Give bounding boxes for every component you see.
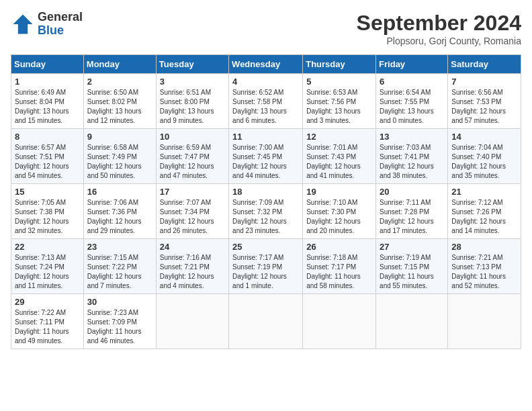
day-number: 30 bbox=[87, 297, 152, 307]
calendar-week-1: 1Sunrise: 6:49 AM Sunset: 8:04 PM Daylig… bbox=[11, 74, 521, 129]
calendar-cell: 20Sunrise: 7:11 AM Sunset: 7:28 PM Dayli… bbox=[376, 184, 448, 239]
calendar-cell: 13Sunrise: 7:03 AM Sunset: 7:41 PM Dayli… bbox=[376, 129, 448, 184]
day-info: Sunrise: 7:22 AM Sunset: 7:11 PM Dayligh… bbox=[15, 308, 80, 346]
location: Plopsoru, Gorj County, Romania bbox=[357, 36, 521, 46]
logo-icon bbox=[11, 12, 35, 36]
day-number: 16 bbox=[87, 187, 152, 197]
calendar-cell: 17Sunrise: 7:07 AM Sunset: 7:34 PM Dayli… bbox=[156, 184, 228, 239]
day-info: Sunrise: 7:06 AM Sunset: 7:36 PM Dayligh… bbox=[87, 198, 152, 236]
calendar-header-sunday: Sunday bbox=[11, 55, 84, 74]
calendar-cell: 15Sunrise: 7:05 AM Sunset: 7:38 PM Dayli… bbox=[11, 184, 84, 239]
logo-general-text: General bbox=[38, 11, 83, 24]
calendar-header-wednesday: Wednesday bbox=[229, 55, 303, 74]
day-number: 12 bbox=[306, 132, 372, 142]
day-info: Sunrise: 7:17 AM Sunset: 7:19 PM Dayligh… bbox=[232, 253, 299, 291]
calendar-cell: 1Sunrise: 6:49 AM Sunset: 8:04 PM Daylig… bbox=[11, 74, 84, 129]
calendar-header-monday: Monday bbox=[83, 55, 156, 74]
day-number: 23 bbox=[87, 242, 152, 252]
calendar-header-tuesday: Tuesday bbox=[156, 55, 228, 74]
day-number: 9 bbox=[87, 132, 152, 142]
day-info: Sunrise: 7:21 AM Sunset: 7:13 PM Dayligh… bbox=[451, 253, 517, 291]
calendar-cell: 25Sunrise: 7:17 AM Sunset: 7:19 PM Dayli… bbox=[229, 239, 303, 294]
day-info: Sunrise: 6:57 AM Sunset: 7:51 PM Dayligh… bbox=[15, 143, 80, 181]
day-number: 1 bbox=[15, 77, 80, 87]
calendar-cell: 5Sunrise: 6:53 AM Sunset: 7:56 PM Daylig… bbox=[303, 74, 376, 129]
day-info: Sunrise: 6:59 AM Sunset: 7:47 PM Dayligh… bbox=[160, 143, 225, 181]
day-number: 27 bbox=[380, 242, 444, 252]
calendar-table: SundayMondayTuesdayWednesdayThursdayFrid… bbox=[11, 54, 521, 349]
day-info: Sunrise: 7:19 AM Sunset: 7:15 PM Dayligh… bbox=[380, 253, 444, 291]
calendar-cell: 7Sunrise: 6:56 AM Sunset: 7:53 PM Daylig… bbox=[448, 74, 521, 129]
day-info: Sunrise: 6:53 AM Sunset: 7:56 PM Dayligh… bbox=[306, 88, 372, 126]
calendar-cell: 3Sunrise: 6:51 AM Sunset: 8:00 PM Daylig… bbox=[156, 74, 228, 129]
day-info: Sunrise: 7:00 AM Sunset: 7:45 PM Dayligh… bbox=[232, 143, 299, 181]
day-info: Sunrise: 7:16 AM Sunset: 7:21 PM Dayligh… bbox=[160, 253, 225, 291]
logo: General Blue bbox=[11, 11, 83, 38]
calendar-cell: 19Sunrise: 7:10 AM Sunset: 7:30 PM Dayli… bbox=[303, 184, 376, 239]
day-number: 18 bbox=[232, 187, 299, 197]
day-info: Sunrise: 6:56 AM Sunset: 7:53 PM Dayligh… bbox=[451, 88, 517, 126]
day-number: 3 bbox=[160, 77, 225, 87]
day-number: 28 bbox=[451, 242, 517, 252]
day-number: 26 bbox=[306, 242, 372, 252]
calendar-week-4: 22Sunrise: 7:13 AM Sunset: 7:24 PM Dayli… bbox=[11, 239, 521, 294]
calendar-cell: 8Sunrise: 6:57 AM Sunset: 7:51 PM Daylig… bbox=[11, 129, 84, 184]
day-info: Sunrise: 7:09 AM Sunset: 7:32 PM Dayligh… bbox=[232, 198, 299, 236]
calendar-cell: 11Sunrise: 7:00 AM Sunset: 7:45 PM Dayli… bbox=[229, 129, 303, 184]
calendar-cell: 9Sunrise: 6:58 AM Sunset: 7:49 PM Daylig… bbox=[83, 129, 156, 184]
calendar-cell: 28Sunrise: 7:21 AM Sunset: 7:13 PM Dayli… bbox=[448, 239, 521, 294]
calendar-cell: 2Sunrise: 6:50 AM Sunset: 8:02 PM Daylig… bbox=[83, 74, 156, 129]
day-number: 25 bbox=[232, 242, 299, 252]
day-info: Sunrise: 6:54 AM Sunset: 7:55 PM Dayligh… bbox=[380, 88, 444, 126]
day-number: 5 bbox=[306, 77, 372, 87]
day-number: 15 bbox=[15, 187, 80, 197]
day-number: 14 bbox=[451, 132, 517, 142]
calendar-header-thursday: Thursday bbox=[303, 55, 376, 74]
calendar-header-row: SundayMondayTuesdayWednesdayThursdayFrid… bbox=[11, 55, 521, 74]
day-info: Sunrise: 7:11 AM Sunset: 7:28 PM Dayligh… bbox=[380, 198, 444, 236]
day-info: Sunrise: 7:13 AM Sunset: 7:24 PM Dayligh… bbox=[15, 253, 80, 291]
month-title: September 2024 bbox=[357, 11, 521, 36]
day-info: Sunrise: 7:01 AM Sunset: 7:43 PM Dayligh… bbox=[306, 143, 372, 181]
day-info: Sunrise: 7:05 AM Sunset: 7:38 PM Dayligh… bbox=[15, 198, 80, 236]
day-number: 7 bbox=[451, 77, 517, 87]
title-block: September 2024 Plopsoru, Gorj County, Ro… bbox=[357, 11, 521, 46]
calendar-cell: 16Sunrise: 7:06 AM Sunset: 7:36 PM Dayli… bbox=[83, 184, 156, 239]
day-info: Sunrise: 7:15 AM Sunset: 7:22 PM Dayligh… bbox=[87, 253, 152, 291]
day-number: 10 bbox=[160, 132, 225, 142]
day-number: 17 bbox=[160, 187, 225, 197]
calendar-header-friday: Friday bbox=[376, 55, 448, 74]
day-number: 6 bbox=[380, 77, 444, 87]
day-info: Sunrise: 6:52 AM Sunset: 7:58 PM Dayligh… bbox=[232, 88, 299, 126]
day-number: 2 bbox=[87, 77, 152, 87]
day-number: 20 bbox=[380, 187, 444, 197]
logo-blue-text: Blue bbox=[38, 24, 83, 38]
day-info: Sunrise: 7:18 AM Sunset: 7:17 PM Dayligh… bbox=[306, 253, 372, 291]
day-number: 24 bbox=[160, 242, 225, 252]
day-info: Sunrise: 7:23 AM Sunset: 7:09 PM Dayligh… bbox=[87, 308, 152, 346]
calendar-cell: 29Sunrise: 7:22 AM Sunset: 7:11 PM Dayli… bbox=[11, 294, 84, 349]
day-info: Sunrise: 6:49 AM Sunset: 8:04 PM Dayligh… bbox=[15, 88, 80, 126]
day-number: 29 bbox=[15, 297, 80, 307]
svg-marker-0 bbox=[13, 14, 33, 34]
calendar-cell: 30Sunrise: 7:23 AM Sunset: 7:09 PM Dayli… bbox=[83, 294, 156, 349]
day-number: 22 bbox=[15, 242, 80, 252]
day-number: 13 bbox=[380, 132, 444, 142]
calendar-cell: 27Sunrise: 7:19 AM Sunset: 7:15 PM Dayli… bbox=[376, 239, 448, 294]
logo-text: General Blue bbox=[38, 11, 83, 38]
calendar-week-5: 29Sunrise: 7:22 AM Sunset: 7:11 PM Dayli… bbox=[11, 294, 521, 349]
calendar-cell: 22Sunrise: 7:13 AM Sunset: 7:24 PM Dayli… bbox=[11, 239, 84, 294]
calendar-header-saturday: Saturday bbox=[448, 55, 521, 74]
calendar-body: 1Sunrise: 6:49 AM Sunset: 8:04 PM Daylig… bbox=[11, 74, 521, 349]
calendar-cell: 10Sunrise: 6:59 AM Sunset: 7:47 PM Dayli… bbox=[156, 129, 228, 184]
calendar-cell: 18Sunrise: 7:09 AM Sunset: 7:32 PM Dayli… bbox=[229, 184, 303, 239]
day-info: Sunrise: 6:58 AM Sunset: 7:49 PM Dayligh… bbox=[87, 143, 152, 181]
calendar-cell: 14Sunrise: 7:04 AM Sunset: 7:40 PM Dayli… bbox=[448, 129, 521, 184]
day-number: 19 bbox=[306, 187, 372, 197]
calendar-cell bbox=[303, 294, 376, 349]
calendar-cell bbox=[229, 294, 303, 349]
day-number: 8 bbox=[15, 132, 80, 142]
day-info: Sunrise: 7:07 AM Sunset: 7:34 PM Dayligh… bbox=[160, 198, 225, 236]
calendar-cell: 23Sunrise: 7:15 AM Sunset: 7:22 PM Dayli… bbox=[83, 239, 156, 294]
calendar-cell bbox=[156, 294, 228, 349]
